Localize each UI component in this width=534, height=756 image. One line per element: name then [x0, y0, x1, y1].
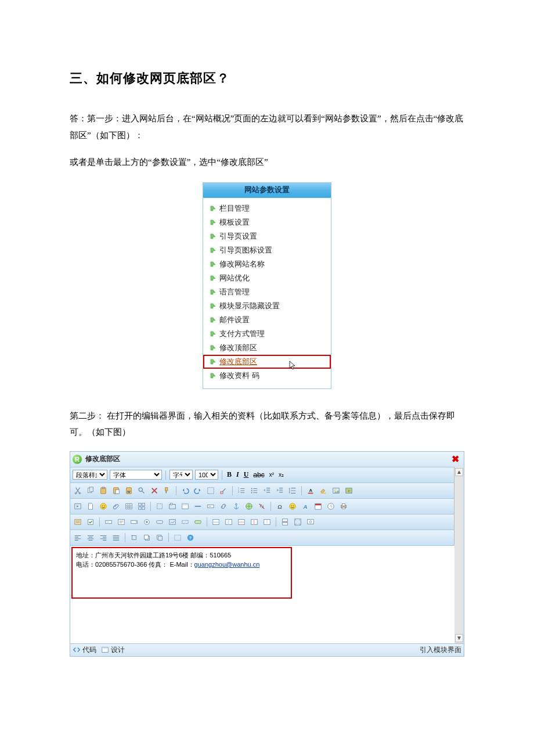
- paragraph-style-select[interactable]: 段落样式: [73, 470, 107, 480]
- form-textarea-button[interactable]: [116, 517, 127, 527]
- show-borders-button[interactable]: [172, 532, 183, 543]
- indent-button[interactable]: [275, 485, 285, 496]
- clear-format-button[interactable]: [218, 485, 229, 496]
- delete-button[interactable]: [149, 485, 160, 496]
- insert-symbol-button[interactable]: Ω: [275, 501, 285, 512]
- form-button[interactable]: [73, 517, 83, 527]
- scroll-down-icon[interactable]: ▼: [455, 634, 463, 642]
- editor-vertical-scrollbar[interactable]: ▲ ▼: [454, 467, 464, 643]
- align-justify-button[interactable]: [111, 532, 121, 543]
- form-image-button[interactable]: [167, 517, 178, 527]
- italic-button[interactable]: I: [235, 470, 240, 480]
- paste-button[interactable]: [98, 485, 109, 496]
- insert-print-button[interactable]: [338, 501, 349, 512]
- table-delete-row-button[interactable]: [236, 517, 247, 527]
- copy-button[interactable]: [85, 485, 96, 496]
- settings-item-3[interactable]: 引导页图标设置: [203, 243, 331, 257]
- page-break-button[interactable]: [280, 517, 290, 527]
- insert-anchor-button[interactable]: [231, 501, 241, 512]
- align-right-button[interactable]: [98, 532, 109, 543]
- insert-hr-button[interactable]: [193, 501, 203, 512]
- settings-item-9[interactable]: 支付方式管理: [203, 327, 331, 341]
- bold-button[interactable]: B: [226, 470, 233, 480]
- table-delete-col-button[interactable]: [249, 517, 259, 527]
- settings-item-4[interactable]: 修改网站名称: [203, 257, 331, 271]
- insert-map-button[interactable]: [244, 501, 254, 512]
- strikethrough-button[interactable]: abc: [252, 470, 265, 480]
- insert-fieldset-button[interactable]: [167, 501, 178, 512]
- find-button[interactable]: [136, 485, 147, 496]
- form-radio-button[interactable]: [142, 517, 152, 527]
- insert-media-button[interactable]: [73, 501, 83, 512]
- subscript-button[interactable]: x₂: [277, 470, 285, 480]
- send-back-button[interactable]: [154, 532, 165, 543]
- table-merge-button[interactable]: [262, 517, 272, 527]
- insert-iframe-button[interactable]: [180, 501, 190, 512]
- content-email-link[interactable]: guangzhou@wanhu.cn: [194, 561, 260, 568]
- insert-table-button[interactable]: [124, 501, 134, 512]
- settings-item-0[interactable]: 栏目管理: [203, 201, 331, 215]
- insert-grid-button[interactable]: [136, 501, 147, 512]
- import-module-button[interactable]: 引入模块界面: [417, 645, 461, 655]
- redo-button[interactable]: [193, 485, 203, 496]
- paste-special-button[interactable]: [111, 485, 121, 496]
- form-submit-button[interactable]: [193, 517, 203, 527]
- help-button[interactable]: ?: [185, 532, 196, 543]
- fullscreen-button[interactable]: [293, 517, 303, 527]
- insert-layer-button[interactable]: [154, 501, 165, 512]
- font-size-select[interactable]: 字号: [169, 470, 193, 480]
- editor-close-button[interactable]: ✖: [449, 455, 461, 464]
- form-select-button[interactable]: [129, 517, 139, 527]
- undo-button[interactable]: [180, 485, 190, 496]
- view-design-button[interactable]: 设计: [101, 645, 125, 655]
- settings-item-12[interactable]: 修改资料 码: [203, 369, 331, 383]
- paste-word-button[interactable]: W: [124, 485, 134, 496]
- insert-file-button[interactable]: [85, 501, 96, 512]
- zoom-select[interactable]: 100%: [195, 470, 218, 480]
- insert-marquee-button[interactable]: [205, 501, 216, 512]
- scroll-up-icon[interactable]: ▲: [455, 468, 463, 476]
- insert-date-button[interactable]: [313, 501, 323, 512]
- outdent-button[interactable]: [262, 485, 272, 496]
- settings-item-7[interactable]: 模块显示隐藏设置: [203, 299, 331, 313]
- superscript-button[interactable]: x²: [268, 470, 275, 480]
- align-center-button[interactable]: [85, 532, 96, 543]
- settings-item-5[interactable]: 网站优化: [203, 271, 331, 285]
- insert-link-button[interactable]: [218, 501, 229, 512]
- remove-link-button[interactable]: [257, 501, 267, 512]
- form-checkbox-button[interactable]: [85, 517, 96, 527]
- form-button-button[interactable]: [154, 517, 165, 527]
- insert-emoticon-button[interactable]: [98, 501, 109, 512]
- insert-art-text-button[interactable]: A: [300, 501, 311, 512]
- table-insert-col-button[interactable]: [223, 517, 234, 527]
- insert-image-button[interactable]: [331, 485, 341, 496]
- table-insert-row-button[interactable]: [211, 517, 221, 527]
- view-code-button[interactable]: 代码: [73, 645, 96, 655]
- insert-attachment-button[interactable]: [111, 501, 121, 512]
- preview-button[interactable]: [305, 517, 316, 527]
- settings-item-8[interactable]: 邮件设置: [203, 313, 331, 327]
- insert-smiley-button[interactable]: [287, 501, 298, 512]
- underline-button[interactable]: U: [243, 470, 250, 480]
- form-hidden-button[interactable]: [180, 517, 190, 527]
- settings-item-11[interactable]: 修改底部区: [203, 355, 331, 369]
- ordered-list-button[interactable]: 123: [236, 485, 247, 496]
- cut-button[interactable]: [73, 485, 83, 496]
- select-all-button[interactable]: [205, 485, 216, 496]
- font-family-select[interactable]: 字体: [110, 470, 162, 480]
- line-height-button[interactable]: [287, 485, 298, 496]
- editor-content-area[interactable]: 地址：广州市天河软件园建工路19号6楼 邮编：510665 电话：0208557…: [70, 546, 454, 643]
- format-brush-button[interactable]: [162, 485, 172, 496]
- settings-item-1[interactable]: 模板设置: [203, 215, 331, 229]
- form-textfield-button[interactable]: [103, 517, 114, 527]
- settings-item-6[interactable]: 语言管理: [203, 285, 331, 299]
- insert-flash-button[interactable]: f: [344, 485, 354, 496]
- unordered-list-button[interactable]: [249, 485, 259, 496]
- position-abs-button[interactable]: [129, 532, 139, 543]
- text-color-button[interactable]: A: [305, 485, 316, 496]
- insert-time-button[interactable]: [326, 501, 336, 512]
- bring-front-button[interactable]: [142, 532, 152, 543]
- align-left-button[interactable]: [73, 532, 83, 543]
- bg-color-button[interactable]: [318, 485, 329, 496]
- settings-item-2[interactable]: 引导页设置: [203, 229, 331, 243]
